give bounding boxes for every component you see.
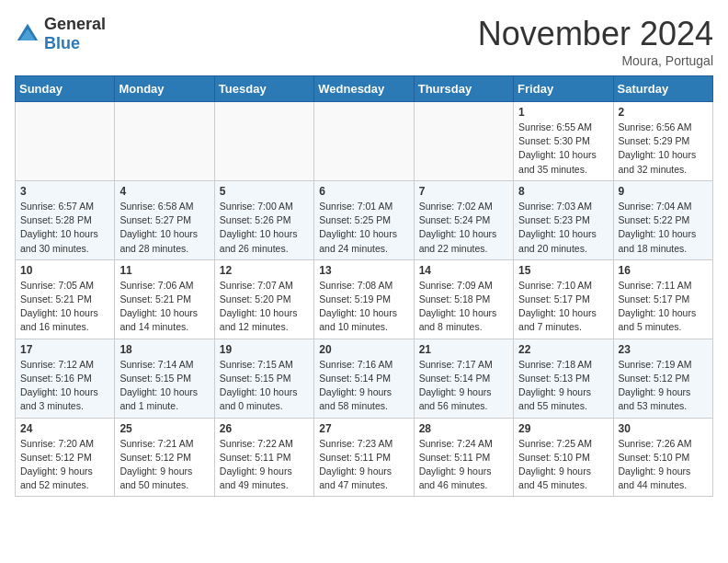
weekday-header-friday: Friday: [514, 76, 613, 102]
day-number: 8: [518, 185, 608, 198]
day-info: Sunrise: 7:06 AMSunset: 5:21 PMDaylight:…: [119, 279, 209, 335]
calendar-day-16: 16Sunrise: 7:11 AMSunset: 5:17 PMDayligh…: [613, 259, 712, 339]
day-number: 10: [20, 264, 109, 277]
calendar-week-row: 17Sunrise: 7:12 AMSunset: 5:16 PMDayligh…: [16, 339, 713, 418]
calendar-day-15: 15Sunrise: 7:10 AMSunset: 5:17 PMDayligh…: [514, 259, 613, 339]
day-info: Sunrise: 7:09 AMSunset: 5:18 PMDaylight:…: [419, 279, 508, 335]
weekday-header-saturday: Saturday: [613, 76, 712, 102]
day-number: 11: [119, 264, 209, 277]
day-number: 12: [220, 264, 309, 277]
calendar-day-22: 22Sunrise: 7:18 AMSunset: 5:13 PMDayligh…: [514, 339, 613, 418]
calendar-day-5: 5Sunrise: 7:00 AMSunset: 5:26 PMDaylight…: [214, 180, 313, 259]
day-info: Sunrise: 7:08 AMSunset: 5:19 PMDaylight:…: [319, 279, 408, 335]
day-info: Sunrise: 7:22 AMSunset: 5:11 PMDaylight:…: [220, 437, 309, 493]
day-info: Sunrise: 6:58 AMSunset: 5:27 PMDaylight:…: [119, 200, 209, 256]
day-number: 29: [518, 422, 608, 435]
day-number: 2: [619, 106, 708, 119]
calendar-day-4: 4Sunrise: 6:58 AMSunset: 5:27 PMDaylight…: [115, 180, 214, 259]
location: Moura, Portugal: [478, 53, 713, 68]
day-info: Sunrise: 7:12 AMSunset: 5:16 PMDaylight:…: [20, 358, 109, 414]
day-number: 15: [518, 264, 608, 277]
calendar-day-empty: [214, 102, 313, 181]
day-number: 21: [419, 343, 508, 356]
calendar-day-1: 1Sunrise: 6:55 AMSunset: 5:30 PMDaylight…: [514, 102, 613, 181]
calendar-day-7: 7Sunrise: 7:02 AMSunset: 5:24 PMDaylight…: [414, 180, 513, 259]
calendar-day-8: 8Sunrise: 7:03 AMSunset: 5:23 PMDaylight…: [514, 180, 613, 259]
calendar-day-10: 10Sunrise: 7:05 AMSunset: 5:21 PMDayligh…: [16, 259, 115, 339]
day-info: Sunrise: 7:23 AMSunset: 5:11 PMDaylight:…: [319, 437, 408, 493]
calendar-week-row: 24Sunrise: 7:20 AMSunset: 5:12 PMDayligh…: [16, 418, 713, 497]
calendar-week-row: 3Sunrise: 6:57 AMSunset: 5:28 PMDaylight…: [16, 180, 713, 259]
day-info: Sunrise: 7:03 AMSunset: 5:23 PMDaylight:…: [518, 200, 608, 256]
calendar-day-9: 9Sunrise: 7:04 AMSunset: 5:22 PMDaylight…: [613, 180, 712, 259]
day-number: 6: [319, 185, 408, 198]
day-info: Sunrise: 7:01 AMSunset: 5:25 PMDaylight:…: [319, 200, 408, 256]
calendar-day-2: 2Sunrise: 6:56 AMSunset: 5:29 PMDaylight…: [613, 102, 712, 181]
logo-general: General: [44, 15, 106, 33]
day-info: Sunrise: 7:24 AMSunset: 5:11 PMDaylight:…: [419, 437, 508, 493]
weekday-header-sunday: Sunday: [16, 76, 115, 102]
day-info: Sunrise: 7:00 AMSunset: 5:26 PMDaylight:…: [220, 200, 309, 256]
day-number: 13: [319, 264, 408, 277]
logo-icon: [15, 21, 40, 47]
calendar-day-12: 12Sunrise: 7:07 AMSunset: 5:20 PMDayligh…: [214, 259, 313, 339]
day-info: Sunrise: 7:16 AMSunset: 5:14 PMDaylight:…: [319, 358, 408, 414]
calendar-day-empty: [414, 102, 513, 181]
day-number: 26: [220, 422, 309, 435]
day-info: Sunrise: 7:25 AMSunset: 5:10 PMDaylight:…: [518, 437, 608, 493]
day-number: 22: [518, 343, 608, 356]
calendar-day-20: 20Sunrise: 7:16 AMSunset: 5:14 PMDayligh…: [314, 339, 414, 418]
calendar-day-19: 19Sunrise: 7:15 AMSunset: 5:15 PMDayligh…: [214, 339, 313, 418]
calendar-header-row: SundayMondayTuesdayWednesdayThursdayFrid…: [16, 76, 713, 102]
day-number: 5: [220, 185, 309, 198]
weekday-header-tuesday: Tuesday: [214, 76, 313, 102]
calendar-day-empty: [314, 102, 414, 181]
calendar-day-3: 3Sunrise: 6:57 AMSunset: 5:28 PMDaylight…: [16, 180, 115, 259]
day-number: 25: [119, 422, 209, 435]
calendar-day-14: 14Sunrise: 7:09 AMSunset: 5:18 PMDayligh…: [414, 259, 513, 339]
weekday-header-monday: Monday: [115, 76, 214, 102]
calendar-day-28: 28Sunrise: 7:24 AMSunset: 5:11 PMDayligh…: [414, 418, 513, 497]
calendar-day-25: 25Sunrise: 7:21 AMSunset: 5:12 PMDayligh…: [115, 418, 214, 497]
day-number: 14: [419, 264, 508, 277]
day-info: Sunrise: 7:07 AMSunset: 5:20 PMDaylight:…: [220, 279, 309, 335]
day-number: 19: [220, 343, 309, 356]
calendar-day-24: 24Sunrise: 7:20 AMSunset: 5:12 PMDayligh…: [16, 418, 115, 497]
title-area: November 2024 Moura, Portugal: [478, 15, 713, 68]
day-number: 24: [20, 422, 109, 435]
calendar-day-27: 27Sunrise: 7:23 AMSunset: 5:11 PMDayligh…: [314, 418, 414, 497]
logo-blue: Blue: [44, 34, 80, 52]
calendar-week-row: 1Sunrise: 6:55 AMSunset: 5:30 PMDaylight…: [16, 102, 713, 181]
calendar-day-empty: [16, 102, 115, 181]
day-info: Sunrise: 7:18 AMSunset: 5:13 PMDaylight:…: [518, 358, 608, 414]
weekday-header-thursday: Thursday: [414, 76, 513, 102]
calendar-day-6: 6Sunrise: 7:01 AMSunset: 5:25 PMDaylight…: [314, 180, 414, 259]
day-info: Sunrise: 7:11 AMSunset: 5:17 PMDaylight:…: [619, 279, 708, 335]
day-info: Sunrise: 7:26 AMSunset: 5:10 PMDaylight:…: [619, 437, 708, 493]
day-number: 18: [119, 343, 209, 356]
weekday-header-wednesday: Wednesday: [314, 76, 414, 102]
month-title: November 2024: [478, 15, 713, 53]
calendar-day-29: 29Sunrise: 7:25 AMSunset: 5:10 PMDayligh…: [514, 418, 613, 497]
day-info: Sunrise: 7:02 AMSunset: 5:24 PMDaylight:…: [419, 200, 508, 256]
day-info: Sunrise: 7:17 AMSunset: 5:14 PMDaylight:…: [419, 358, 508, 414]
calendar-table: SundayMondayTuesdayWednesdayThursdayFrid…: [15, 75, 713, 497]
calendar-day-23: 23Sunrise: 7:19 AMSunset: 5:12 PMDayligh…: [613, 339, 712, 418]
day-number: 7: [419, 185, 508, 198]
calendar-week-row: 10Sunrise: 7:05 AMSunset: 5:21 PMDayligh…: [16, 259, 713, 339]
day-number: 1: [518, 106, 608, 119]
day-number: 23: [619, 343, 708, 356]
calendar-day-11: 11Sunrise: 7:06 AMSunset: 5:21 PMDayligh…: [115, 259, 214, 339]
calendar-day-26: 26Sunrise: 7:22 AMSunset: 5:11 PMDayligh…: [214, 418, 313, 497]
day-info: Sunrise: 7:10 AMSunset: 5:17 PMDaylight:…: [518, 279, 608, 335]
day-number: 9: [619, 185, 708, 198]
logo: General Blue: [15, 15, 106, 53]
day-number: 16: [619, 264, 708, 277]
day-number: 30: [619, 422, 708, 435]
day-info: Sunrise: 6:55 AMSunset: 5:30 PMDaylight:…: [518, 121, 608, 177]
day-info: Sunrise: 7:05 AMSunset: 5:21 PMDaylight:…: [20, 279, 109, 335]
day-info: Sunrise: 6:56 AMSunset: 5:29 PMDaylight:…: [619, 121, 708, 177]
day-number: 17: [20, 343, 109, 356]
calendar-day-empty: [115, 102, 214, 181]
day-number: 4: [119, 185, 209, 198]
